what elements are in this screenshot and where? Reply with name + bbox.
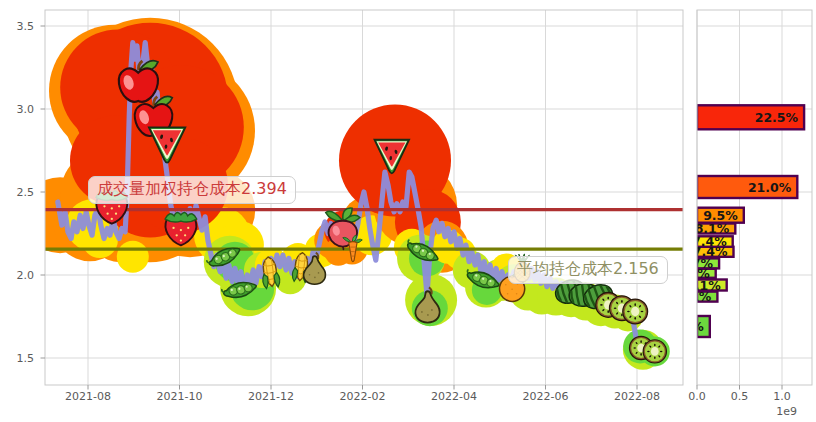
x-tick-label: 2021-10 [157, 390, 203, 403]
chart-canvas: 22.5%21.0%9.5%8.1%7.4%7.4%4.7%4.0%6.1%4.… [0, 0, 816, 422]
x-tick-label: 1.0 [773, 390, 791, 403]
volume-bar-pct-label: 2.6% [669, 319, 704, 334]
x-tick-label: 2022-06 [523, 390, 569, 403]
y-tick-label: 1.5 [17, 352, 35, 365]
volume-bar-pct-label: 22.5% [755, 110, 799, 125]
y-tick-label: 2.5 [17, 186, 35, 199]
volume-bubble [117, 241, 149, 273]
avg-cost-label: 平均持仓成本2.156 [508, 256, 668, 284]
y-tick-label: 2.0 [17, 269, 35, 282]
x-tick-label: 0.5 [731, 390, 749, 403]
x-tick-label: 2022-08 [614, 390, 660, 403]
vwap-cost-label: 成交量加权持仓成本2.394 [88, 176, 296, 204]
x-tick-label: 2022-04 [431, 390, 477, 403]
figure: 22.5%21.0%9.5%8.1%7.4%7.4%4.7%4.0%6.1%4.… [0, 0, 816, 422]
volume-bar-pct-label: 4.1% [677, 289, 712, 304]
x-tick-label: 0.0 [688, 390, 706, 403]
kiwi-icon [643, 340, 666, 363]
axis-exponent-label: 1e9 [776, 405, 797, 418]
x-tick-label: 2022-02 [340, 390, 386, 403]
x-tick-label: 2021-12 [248, 390, 294, 403]
volume-bar-pct-label: 21.0% [748, 180, 792, 195]
y-tick-label: 3.0 [17, 103, 35, 116]
x-tick-label: 2021-08 [65, 390, 111, 403]
right-axis-ticks: 0.00.51.01e9 [688, 385, 797, 418]
kiwi-icon [623, 299, 648, 324]
volume-bar-labels-layer: 22.5%21.0%9.5%8.1%7.4%7.4%4.7%4.0%6.1%4.… [669, 110, 798, 334]
y-tick-label: 3.5 [17, 20, 35, 33]
